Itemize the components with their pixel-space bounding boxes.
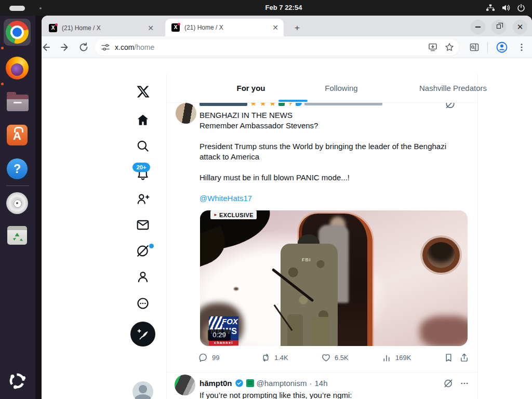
address-bar[interactable]: x.com/home — [95, 39, 459, 56]
tab-title: (21) Home / X — [184, 24, 269, 31]
tweet1-avatar[interactable] — [176, 103, 196, 124]
new-tab-button[interactable]: + — [292, 23, 302, 33]
tweet2-handle[interactable]: @hamptonism — [257, 379, 307, 388]
affiliate-badge-icon — [246, 379, 254, 387]
like-button[interactable]: 6.5K — [321, 353, 349, 363]
tweet2-header: hāmpt0n @hamptonism · 14h — [200, 379, 327, 388]
exclusive-label: EXCLUSIVE — [219, 212, 254, 218]
video-exclusive-badge: ► EXCLUSIVE — [210, 210, 257, 219]
views-button[interactable]: 169K — [382, 353, 411, 363]
profile-avatar-icon[interactable] — [496, 41, 508, 54]
account-switcher-avatar[interactable] — [132, 381, 153, 399]
tweet2-display-name[interactable]: hāmpt0n — [200, 379, 232, 388]
url-path: /home — [134, 43, 154, 51]
system-clock[interactable]: Feb 7 22:54 — [35, 0, 532, 16]
reply-button[interactable]: 99 — [198, 353, 219, 363]
fox-logo-fox: FOX — [222, 317, 238, 326]
fox-logo-channel: channel — [209, 340, 238, 345]
forward-icon[interactable] — [60, 42, 70, 52]
bookmark-button[interactable] — [444, 353, 454, 363]
repost-count: 1.4K — [274, 354, 288, 362]
tweet2-separator: · — [309, 379, 312, 388]
video-fbi-label: FBI — [302, 257, 311, 262]
tweet1-video[interactable]: FBI ► EXCLUSIVE FOX NEWS channel 0:29 — [200, 210, 468, 346]
reload-icon[interactable] — [78, 42, 89, 52]
tweet1-mention-link[interactable]: @WhiteHats17 — [200, 194, 252, 203]
reply-icon — [198, 353, 208, 363]
url-host: x.com — [115, 43, 134, 51]
tab-close-icon[interactable]: ✕ — [148, 24, 154, 32]
tab-title: (21) Home / X — [62, 24, 144, 32]
tweet2-avatar[interactable] — [175, 375, 195, 395]
add-friend-icon[interactable] — [136, 192, 150, 206]
dock-divider — [6, 185, 29, 186]
bookmark-star-icon[interactable] — [444, 42, 455, 52]
tab-nashville-predators[interactable]: Nashville Predators — [419, 74, 487, 102]
compose-post-button[interactable] — [130, 322, 155, 347]
feed-right-border — [477, 74, 478, 399]
url-text[interactable]: x.com/home — [115, 43, 154, 51]
tweet-divider — [167, 372, 477, 373]
heart-icon — [321, 353, 331, 363]
tab-for-you[interactable]: For you — [237, 74, 265, 102]
compose-feather-icon — [137, 328, 149, 340]
browser-toolbar: x.com/home — [42, 36, 532, 58]
browser-tab-inactive[interactable]: X (21) Home / X ✕ — [44, 20, 159, 36]
x-logo-icon[interactable] — [136, 85, 150, 98]
tab-following[interactable]: Following — [325, 74, 357, 102]
video-soldier-leg — [312, 317, 329, 346]
feed-left-border — [166, 74, 167, 399]
site-settings-icon[interactable] — [100, 42, 111, 52]
tweet2-grok-icon[interactable] — [444, 379, 453, 388]
disc-icon[interactable] — [6, 192, 28, 214]
video-blurred-figure — [420, 316, 468, 346]
system-top-bar: Feb 7 22:54 — [0, 0, 532, 16]
files-icon[interactable] — [7, 95, 29, 111]
video-fuselage-speck — [234, 287, 238, 290]
browser-tab-active[interactable]: X (21) Home / X ✕ — [165, 19, 284, 36]
grok-icon[interactable] — [136, 244, 150, 258]
ubuntu-dock: A ? — [0, 16, 35, 399]
views-count: 169K — [395, 354, 411, 362]
firefox-running-dot — [1, 83, 4, 85]
browser-window: X (21) Home / X ✕ X (21) Home / X ✕ + ✕ — [42, 16, 532, 399]
video-duration-badge: 0:29 — [208, 329, 231, 341]
minimize-button[interactable] — [471, 20, 485, 34]
tab-close-icon[interactable]: ✕ — [272, 23, 278, 32]
power-icon[interactable] — [517, 4, 525, 12]
tab-strip: X (21) Home / X ✕ X (21) Home / X ✕ + ✕ — [42, 16, 532, 36]
chrome-running-dot — [1, 47, 4, 49]
messages-icon[interactable] — [136, 218, 150, 232]
ubuntu-logo-icon[interactable] — [7, 371, 27, 391]
search-icon[interactable] — [136, 139, 150, 153]
side-panel-search-icon[interactable] — [469, 42, 480, 52]
more-icon[interactable] — [136, 297, 150, 310]
views-chart-icon — [382, 353, 392, 363]
chrome-icon[interactable] — [6, 21, 29, 44]
network-icon[interactable] — [486, 4, 495, 12]
share-icon — [459, 353, 469, 363]
tweet1-para2: President Trump stuns the World by bring… — [200, 141, 469, 162]
firefox-icon[interactable] — [6, 57, 29, 79]
maximize-button[interactable] — [491, 20, 506, 34]
video-plane-window — [422, 237, 460, 273]
help-icon[interactable]: ? — [7, 158, 28, 179]
repost-button[interactable]: 1.4K — [261, 353, 288, 363]
workspace-indicator-pill[interactable] — [9, 6, 25, 11]
reply-count: 99 — [212, 354, 219, 362]
close-button[interactable]: ✕ — [513, 20, 527, 34]
back-icon[interactable] — [42, 42, 51, 52]
tweet2-timestamp[interactable]: 14h — [314, 379, 327, 388]
bookmark-icon — [444, 353, 454, 363]
tweet1-para3: Hillary must be in full blown PANIC mode… — [200, 172, 469, 183]
install-icon[interactable] — [428, 42, 438, 52]
volume-icon[interactable] — [502, 4, 510, 12]
kebab-menu-icon[interactable] — [516, 42, 527, 52]
profile-icon[interactable] — [136, 270, 150, 284]
trash-icon[interactable] — [7, 226, 27, 245]
share-button[interactable] — [459, 353, 469, 363]
home-icon[interactable] — [136, 113, 150, 127]
video-soldier-leg — [287, 314, 303, 346]
tweet2-more-icon[interactable] — [460, 379, 469, 388]
ubuntu-software-icon[interactable]: A — [7, 125, 28, 145]
